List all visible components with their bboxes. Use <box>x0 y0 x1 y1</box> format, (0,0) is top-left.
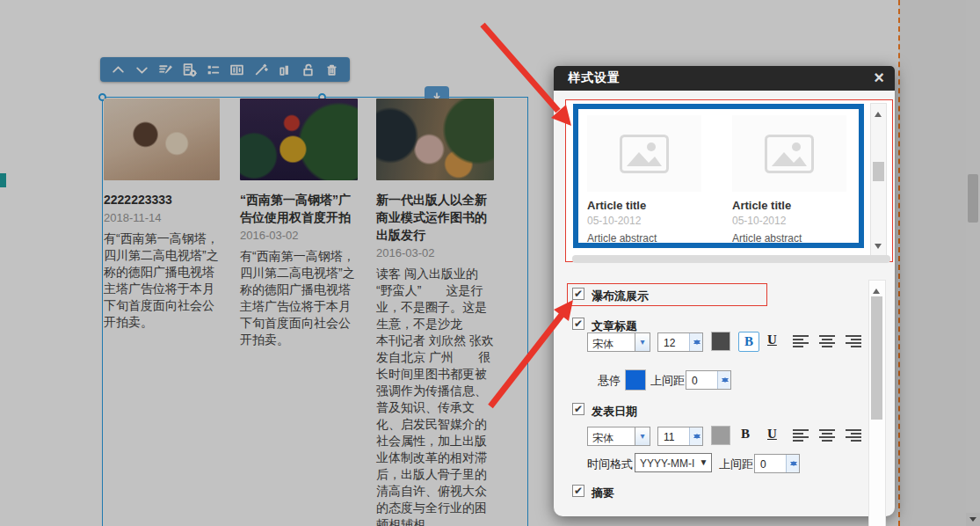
style-preview-area[interactable]: Article title 05-10-2012 Article abstrac… <box>565 99 893 262</box>
stepper-arrows-icon[interactable] <box>689 427 702 445</box>
scrollbar-thumb[interactable] <box>871 296 882 420</box>
date-font-select[interactable]: 宋体 ▾ <box>587 427 650 446</box>
preview-card-abstract: Article abstract <box>587 232 701 245</box>
title-spacing-label: 上间距 <box>650 373 685 389</box>
title-color-swatch[interactable] <box>711 332 730 351</box>
publish-date-checkbox[interactable]: ✔ <box>572 403 584 415</box>
chevron-down-icon[interactable]: ▾ <box>635 333 650 351</box>
title-font-value: 宋体 <box>592 337 613 352</box>
editor-canvas: 2222223333 2018-11-14 有“西南第一高钢塔，四川第二高电视塔… <box>0 0 980 526</box>
chevron-down-icon[interactable]: ▾ <box>635 427 650 445</box>
image-placeholder-icon <box>732 115 846 192</box>
preview-card-abstract: Article abstract <box>732 232 846 245</box>
stepper-arrows-icon[interactable] <box>689 333 702 351</box>
time-format-select[interactable]: YYYY-MM-I ▼ <box>635 453 712 472</box>
preview-scrollbar[interactable] <box>870 103 887 258</box>
hover-label: 悬停 <box>598 373 621 389</box>
preview-card-date: 05-10-2012 <box>587 215 701 227</box>
scrollbar-thumb[interactable] <box>873 162 884 181</box>
align-center-icon[interactable] <box>819 429 835 442</box>
caret-down-icon[interactable]: ▼ <box>696 454 711 471</box>
selected-style-thumbnail[interactable]: Article title 05-10-2012 Article abstrac… <box>573 104 864 248</box>
align-left-icon[interactable] <box>793 429 809 442</box>
waterfall-checkbox[interactable]: ✔ <box>572 288 584 300</box>
preview-horizontal-scrollbar[interactable] <box>572 255 890 263</box>
date-font-value: 宋体 <box>592 431 613 446</box>
stepper-arrows-icon[interactable] <box>786 455 799 472</box>
close-icon[interactable]: × <box>874 68 884 88</box>
time-format-value: YYYY-MM-I <box>640 457 694 470</box>
align-center-icon[interactable] <box>819 335 835 347</box>
preview-card-title: Article title <box>587 199 701 212</box>
scroll-up-icon[interactable] <box>873 285 880 294</box>
title-bold-button[interactable]: B <box>738 332 759 352</box>
image-placeholder-icon <box>587 115 701 192</box>
date-color-swatch[interactable] <box>711 426 730 445</box>
title-spacing-stepper[interactable]: 0 <box>686 370 731 390</box>
date-bold-button[interactable]: B <box>741 427 750 442</box>
time-format-label: 时间格式 <box>587 457 633 472</box>
waterfall-label: 瀑布流展示 <box>592 289 649 304</box>
title-underline-button[interactable]: U <box>767 332 777 347</box>
date-spacing-value: 0 <box>760 458 766 471</box>
panel-header[interactable]: 样式设置 × <box>554 66 895 91</box>
publish-date-label: 发表日期 <box>592 404 637 420</box>
date-spacing-label: 上间距 <box>719 457 753 472</box>
scroll-down-icon[interactable] <box>875 244 882 252</box>
article-title-checkbox[interactable]: ✔ <box>572 318 584 330</box>
preview-card: Article title 05-10-2012 Article abstrac… <box>587 115 701 245</box>
abstract-label: 摘要 <box>592 486 614 501</box>
title-font-select[interactable]: 宋体 ▾ <box>587 332 650 352</box>
title-font-size-stepper[interactable]: 12 <box>657 332 703 352</box>
date-spacing-stepper[interactable]: 0 <box>754 454 800 473</box>
date-font-size-value: 11 <box>664 431 674 443</box>
align-right-icon[interactable] <box>846 429 861 442</box>
preview-card-title: Article title <box>732 199 846 212</box>
settings-scrollbar[interactable] <box>868 280 886 526</box>
stepper-arrows-icon[interactable] <box>717 371 730 389</box>
title-spacing-value: 0 <box>692 375 698 387</box>
hover-color-swatch[interactable] <box>625 369 646 391</box>
style-settings-panel: 样式设置 × Article title 05-10-2012 Article … <box>554 66 895 516</box>
align-left-icon[interactable] <box>793 335 809 347</box>
align-right-icon[interactable] <box>846 335 861 347</box>
preview-card-date: 05-10-2012 <box>732 215 846 227</box>
title-font-size-value: 12 <box>664 337 675 349</box>
scroll-up-icon[interactable] <box>875 108 882 117</box>
abstract-checkbox[interactable]: ✔ <box>572 485 584 497</box>
preview-card: Article title 05-10-2012 Article abstrac… <box>732 115 846 245</box>
panel-title: 样式设置 <box>568 70 621 86</box>
date-underline-button[interactable]: U <box>767 427 777 442</box>
date-font-size-stepper[interactable]: 11 <box>657 427 703 446</box>
